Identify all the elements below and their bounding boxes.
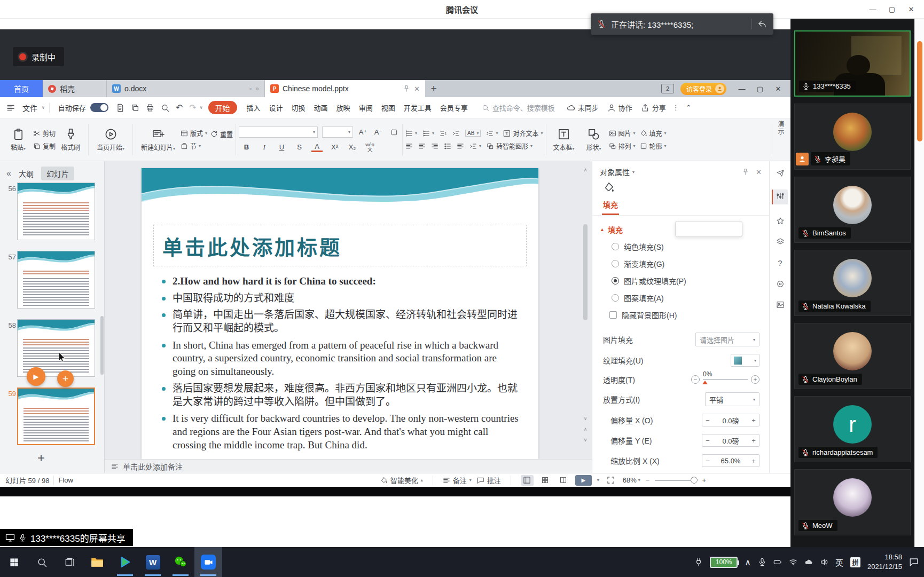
flow-label[interactable]: Flow	[58, 476, 73, 484]
share-button[interactable]: 分享	[641, 102, 666, 113]
char-spacing-button[interactable]: AB▾	[465, 130, 481, 137]
picture-button[interactable]: 图片▾	[609, 129, 636, 138]
subscript-button[interactable]: X₂	[347, 141, 358, 153]
reply-arrow-icon[interactable]	[757, 19, 767, 29]
image-panel-icon[interactable]	[776, 301, 785, 309]
present-vertical-tab[interactable]: 演示	[776, 121, 785, 159]
export-icon[interactable]	[131, 104, 139, 112]
object-properties-icon-active[interactable]	[772, 189, 788, 204]
taskbar-search-button[interactable]	[28, 547, 56, 577]
close-button[interactable]: ✕	[902, 0, 921, 19]
line-spacing-button[interactable]: ▾	[469, 143, 481, 150]
notes-button[interactable]: 备注 ▾	[443, 475, 472, 485]
zoom-out-button[interactable]: −	[646, 476, 650, 484]
tab-slides[interactable]: 幻灯片	[41, 167, 74, 180]
increment-button[interactable]: +	[748, 457, 759, 465]
tencent-meeting-button-active[interactable]	[194, 547, 222, 577]
text-direction-button[interactable]: ▾	[486, 130, 498, 137]
menu-home-active[interactable]: 开始	[208, 101, 237, 114]
section-button[interactable]: 节▾	[181, 141, 207, 151]
close-tab-icon[interactable]: ✕	[414, 85, 420, 93]
wps-maximize-button[interactable]: ▢	[751, 80, 769, 97]
tab-pin-icon[interactable]: ▫	[249, 85, 252, 92]
reset-button[interactable]: 重置	[210, 130, 233, 139]
font-size-combo[interactable]: ▾	[322, 127, 353, 138]
decrement-button[interactable]: −	[702, 416, 713, 424]
battery-indicator[interactable]: 100%	[710, 557, 738, 568]
add-slide-button[interactable]: +	[37, 450, 45, 465]
placement-dropdown[interactable]: 平铺 ▾	[705, 392, 759, 406]
participant-tile[interactable]: BimSantos	[794, 177, 911, 243]
volume-icon[interactable]	[820, 558, 828, 566]
slide-body-text[interactable]: 2.How and how hard it is for China to su…	[162, 275, 519, 452]
slide-panel-scrollbar[interactable]	[100, 316, 104, 375]
redo-button[interactable]: ↷	[189, 102, 196, 113]
increment-button[interactable]: +	[748, 437, 759, 445]
decrement-button[interactable]: −	[702, 437, 713, 445]
fill-preview-box[interactable]	[675, 221, 742, 237]
zoom-knob[interactable]	[691, 477, 698, 484]
cut-button[interactable]: 剪切	[33, 129, 56, 138]
picture-fill-dropdown[interactable]: 请选择图片 ▾	[695, 333, 759, 346]
tab-docx[interactable]: W o.docx ▫ »	[107, 80, 265, 97]
window-switch-badge[interactable]: 2	[661, 84, 674, 93]
minimize-button[interactable]: —	[863, 0, 882, 19]
taskbar-clock[interactable]: 18:58 2021/12/15	[867, 552, 902, 571]
task-view-button[interactable]	[56, 547, 83, 577]
tencent-video-button[interactable]	[111, 547, 139, 577]
save-icon[interactable]	[116, 104, 124, 112]
play-options-caret[interactable]: ▾	[597, 478, 599, 483]
scale-x-stepper[interactable]: − 65.0% +	[702, 454, 759, 467]
preview-icon[interactable]	[161, 104, 169, 112]
copy-button[interactable]: 复制	[33, 141, 56, 151]
font-family-combo[interactable]: ▾	[239, 127, 318, 138]
target-panel-icon[interactable]	[776, 280, 785, 288]
slide-thumbnail-59-selected[interactable]	[17, 388, 95, 445]
tab-pptx-active[interactable]: P Chinese model.pptx ✕	[265, 80, 425, 97]
star-panel-icon[interactable]	[776, 217, 785, 225]
slide-title-placeholder[interactable]: 单击此处添加标题	[153, 225, 527, 266]
next-slide-button[interactable]: ∨	[582, 436, 589, 444]
align-left-button[interactable]	[405, 143, 413, 150]
scroll-down-icon[interactable]: ∨	[582, 414, 589, 422]
onedrive-icon[interactable]	[804, 558, 813, 566]
hidden-icons-chevron[interactable]: ∧	[745, 557, 751, 567]
align-right-button[interactable]	[431, 143, 438, 150]
scroll-up-icon[interactable]: ∧	[582, 165, 589, 173]
help-panel-icon[interactable]: ?	[778, 258, 782, 267]
zoom-in-button[interactable]: +	[702, 476, 706, 484]
autosave-toggle[interactable]	[90, 103, 108, 112]
previous-slide-button[interactable]: ∧	[582, 425, 589, 433]
shapes-button[interactable]: 形状▾	[579, 121, 609, 159]
command-search[interactable]: 查找命令、搜索模板	[482, 102, 555, 113]
participant-video-tile[interactable]: 133****6335	[794, 30, 911, 97]
checkbox-hide-background[interactable]: 隐藏背景图形(H)	[592, 306, 769, 323]
fit-slide-button[interactable]	[605, 475, 617, 486]
participants-scroll-thumb[interactable]	[917, 41, 922, 141]
radio-gradient-fill[interactable]: 渐变填充(G)	[592, 255, 769, 272]
undo-button[interactable]: ↶	[176, 102, 183, 113]
shrink-font-button[interactable]: A⁻	[373, 127, 384, 138]
align-text-button[interactable]: 对齐文本▾	[503, 129, 543, 138]
arrange-button[interactable]: 排列▾	[609, 141, 636, 151]
offset-y-stepper[interactable]: − 0.0磅 +	[702, 434, 759, 447]
underline-button[interactable]: U	[276, 141, 287, 153]
menu-design[interactable]: 设计	[269, 102, 283, 113]
fill-section-title[interactable]: 填充	[608, 224, 623, 235]
zoom-level[interactable]: 68% ▾	[623, 476, 640, 484]
fill-tab[interactable]: 填充	[602, 196, 619, 215]
wifi-icon[interactable]	[789, 558, 797, 566]
insert-slide-hover-button[interactable]: +	[57, 370, 74, 387]
play-from-slide-hover-button[interactable]: ▶	[27, 367, 45, 386]
new-slide-button[interactable]: 新建幻灯片▾	[136, 121, 181, 159]
wps-minimize-button[interactable]: —	[733, 80, 751, 97]
notes-bar[interactable]: 单击此处添加备注	[105, 459, 592, 473]
grow-font-button[interactable]: A⁺	[357, 127, 369, 138]
more-quick-icon[interactable]: ∨	[200, 105, 203, 110]
start-button[interactable]	[0, 547, 28, 577]
radio-solid-fill[interactable]: 纯色填充(S)	[592, 238, 769, 255]
numbered-list-button[interactable]: ▾	[422, 130, 434, 137]
pinyin-guide-button[interactable]: wén 文	[364, 141, 375, 153]
ime-pinyin-icon[interactable]: 拼	[850, 557, 860, 567]
menu-insert[interactable]: 插入	[247, 102, 261, 113]
